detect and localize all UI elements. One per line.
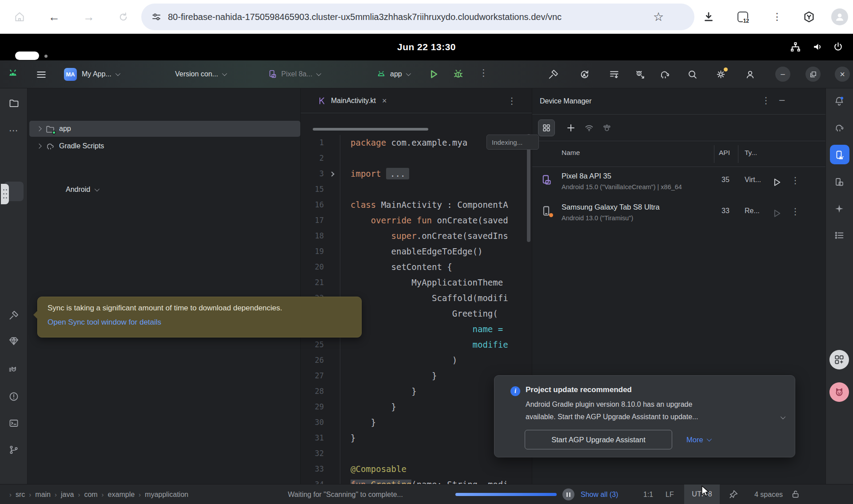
lock-icon[interactable] — [791, 489, 801, 499]
attach-debugger-button[interactable] — [634, 69, 646, 80]
address-bar[interactable]: 80-firebase-nahida-1750598465903.cluster… — [141, 4, 694, 30]
editor-scrollbar[interactable] — [527, 134, 530, 242]
vcs-selector[interactable]: Version con... — [175, 65, 226, 83]
column-name[interactable]: Name — [562, 149, 580, 157]
breadcrumb-item[interactable]: java — [61, 491, 74, 498]
assistant-mascot-fab[interactable] — [829, 382, 849, 402]
code-line[interactable]: 18 super.onCreate(savedIns — [301, 228, 532, 244]
main-menu-button[interactable] — [36, 69, 47, 80]
code-line[interactable]: 17 override fun onCreate(saved — [301, 213, 532, 228]
tree-item-app[interactable]: app — [29, 121, 300, 137]
site-settings-icon[interactable] — [151, 12, 162, 22]
tab-mainactivity[interactable]: MainActivity.kt × — [318, 88, 387, 113]
debug-button[interactable] — [452, 68, 464, 80]
column-type[interactable]: Ty... — [745, 149, 757, 157]
expand-chevron-icon[interactable] — [36, 143, 41, 148]
device-play-button[interactable] — [771, 208, 782, 221]
open-sync-tool-link[interactable]: Open Sync tool window for details — [48, 318, 161, 327]
structure-list-button[interactable] — [834, 230, 845, 241]
code-line[interactable]: 33@Composable — [301, 461, 532, 477]
code-line[interactable]: 19 enableEdgeToEdge() — [301, 244, 532, 259]
breadcrumb-item[interactable]: src — [16, 491, 25, 498]
minimize-button[interactable]: – — [775, 67, 790, 82]
gemini-sparkle-button[interactable] — [834, 203, 845, 214]
pair-wifi-button[interactable] — [584, 123, 594, 133]
code-line[interactable]: 26 ) — [301, 353, 532, 368]
version-control-tool-button[interactable] — [8, 444, 19, 455]
tab-search-button[interactable]: 12 — [736, 10, 750, 24]
logcat-tool-button[interactable] — [8, 365, 19, 375]
build-tool-button[interactable] — [8, 310, 19, 321]
sync-project-button[interactable] — [579, 69, 590, 80]
tool-window-drag-handle[interactable] — [1, 184, 9, 204]
device-menu-button[interactable]: ⋮ — [791, 206, 800, 217]
code-line[interactable]: 15 — [301, 182, 532, 197]
add-device-button[interactable] — [566, 123, 576, 133]
studio-labs-fab[interactable] — [829, 350, 849, 369]
gradle-tool-button[interactable] — [834, 123, 845, 133]
code-line[interactable]: 25 modifie — [301, 337, 532, 353]
run-options-kebab-button[interactable]: ⋮ — [479, 67, 488, 78]
run-button[interactable] — [427, 68, 440, 80]
problems-tool-button[interactable] — [8, 391, 19, 402]
url-text[interactable]: 80-firebase-nahida-1750598465903.cluster… — [168, 12, 648, 22]
start-agp-upgrade-button[interactable]: Start AGP Upgrade Assistant — [525, 430, 672, 449]
more-tools-button[interactable]: ⋯ — [9, 125, 18, 136]
tree-item-gradle-scripts[interactable]: Gradle Scripts — [29, 138, 300, 154]
device-row[interactable]: Pixel 8a API 35Android 15.0 ("VanillaIce… — [532, 167, 826, 198]
line-ending-indicator[interactable]: LF — [666, 484, 674, 504]
profile-button[interactable] — [745, 69, 756, 80]
column-api[interactable]: API — [719, 149, 730, 157]
breadcrumb-item[interactable]: main — [35, 491, 51, 498]
code-line[interactable]: 20 setContent { — [301, 259, 532, 275]
device-grid-view-button[interactable] — [538, 119, 555, 136]
fold-chevron-icon[interactable] — [324, 166, 340, 182]
panel-minimize-icon[interactable]: – — [779, 94, 785, 106]
run-configuration-selector[interactable]: app — [376, 65, 410, 83]
tab-close-icon[interactable]: × — [382, 96, 387, 106]
running-devices-tool-button[interactable] — [834, 177, 845, 187]
code-line[interactable]: 2 — [301, 151, 532, 166]
breadcrumb-item[interactable]: myapplication — [145, 491, 188, 498]
project-selector[interactable]: My App... — [82, 65, 119, 83]
download-button[interactable] — [702, 10, 716, 24]
browser-menu-button[interactable]: ⋮ — [770, 10, 784, 24]
settings-gear-button[interactable] — [715, 69, 726, 80]
forward-button[interactable]: → — [82, 10, 96, 24]
code-line[interactable]: 34fun Greeting(name: String, modi — [301, 477, 532, 484]
caret-position[interactable]: 1:1 — [643, 484, 653, 504]
device-menu-button[interactable]: ⋮ — [791, 175, 800, 186]
terminal-tool-button[interactable] — [8, 418, 19, 429]
reload-button[interactable] — [116, 10, 130, 24]
code-line[interactable]: 3import ... — [301, 166, 532, 182]
project-view-selector[interactable]: Android — [66, 186, 98, 194]
volume-icon[interactable] — [812, 41, 823, 52]
device-paw-button[interactable] — [602, 123, 612, 133]
breadcrumb-item[interactable]: com — [84, 491, 97, 498]
app-quality-insights-button[interactable] — [8, 336, 19, 346]
extension-button[interactable] — [802, 10, 816, 24]
project-tool-button[interactable] — [8, 98, 19, 108]
expand-notification-chevron[interactable] — [781, 414, 785, 419]
bookmark-star-icon[interactable]: ☆ — [653, 10, 664, 24]
code-line[interactable]: 16class MainActivity : ComponentA — [301, 197, 532, 213]
more-menu-button[interactable]: More — [686, 430, 710, 449]
device-play-button[interactable] — [771, 177, 782, 190]
show-all-processes-link[interactable]: Show all (3) — [581, 484, 618, 504]
pin-icon[interactable] — [729, 489, 738, 499]
restore-button[interactable] — [805, 67, 821, 82]
notifications-button[interactable] — [834, 96, 845, 107]
back-button[interactable]: ← — [47, 10, 61, 24]
profile-avatar[interactable] — [831, 8, 848, 25]
pause-progress-button[interactable] — [562, 488, 574, 500]
project-badge[interactable]: MA — [64, 68, 77, 81]
power-icon[interactable] — [833, 41, 844, 52]
expand-chevron-icon[interactable] — [36, 126, 41, 131]
editor-options-kebab[interactable]: ⋮ — [507, 95, 516, 106]
code-line[interactable]: 21 MyApplicationTheme — [301, 275, 532, 290]
device-selector[interactable]: Pixel 8a... — [267, 65, 320, 83]
build-hammer-button[interactable] — [548, 69, 559, 80]
device-row[interactable]: Samsung Galaxy Tab S8 UltraAndroid 13.0 … — [532, 198, 826, 229]
home-button[interactable] — [12, 10, 27, 24]
panel-options-kebab[interactable]: ⋮ — [761, 95, 770, 106]
